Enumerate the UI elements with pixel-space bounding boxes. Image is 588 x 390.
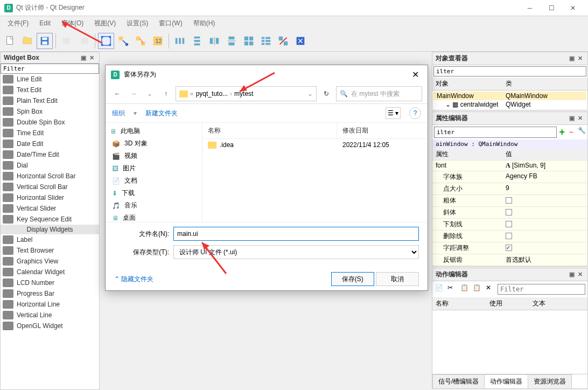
- tab-resource-browser[interactable]: 资源浏览器: [528, 374, 572, 388]
- dialog-close-button[interactable]: ✕: [409, 69, 422, 80]
- object-filter-input[interactable]: [433, 66, 586, 76]
- action-list[interactable]: [432, 310, 587, 374]
- help-button[interactable]: ?: [409, 107, 421, 119]
- property-row[interactable]: 字体族Agency FB: [432, 171, 587, 183]
- nav-back-button[interactable]: ←: [111, 87, 124, 100]
- copy-action-button[interactable]: 📋: [460, 283, 470, 295]
- widget-item[interactable]: Label: [1, 234, 99, 245]
- col-object[interactable]: 对象: [432, 78, 502, 90]
- new-folder-button[interactable]: 新建文件夹: [145, 109, 178, 118]
- sidebar-item[interactable]: 🖼图片: [106, 162, 202, 175]
- sidebar-item[interactable]: 🖥桌面: [106, 212, 202, 222]
- widget-item[interactable]: Calendar Widget: [1, 267, 99, 277]
- widget-item[interactable]: Key Sequence Edit: [1, 214, 99, 225]
- undock-icon[interactable]: ▣: [79, 54, 88, 61]
- property-row[interactable]: 下划线: [432, 219, 587, 231]
- property-row[interactable]: 斜体: [432, 207, 587, 219]
- property-row[interactable]: 反锯齿首选默认: [432, 254, 587, 266]
- minimize-button[interactable]: ─: [519, 1, 541, 16]
- col-filename[interactable]: 名称: [202, 123, 337, 138]
- sidebar-item[interactable]: ⬇下载: [106, 187, 202, 199]
- widget-item[interactable]: Vertical Scroll Bar: [1, 182, 99, 192]
- sidebar-item[interactable]: 🎬视频: [106, 150, 202, 162]
- widgetbox-filter-input[interactable]: [1, 64, 99, 74]
- cancel-button[interactable]: 取消: [376, 272, 419, 286]
- open-file-button[interactable]: [19, 33, 36, 49]
- layout-form-button[interactable]: [258, 33, 274, 49]
- file-list[interactable]: 名称 修改日期 .idea 2022/11/4 12:05: [202, 123, 428, 222]
- edit-buddies-button[interactable]: [132, 33, 149, 49]
- search-box[interactable]: 🔍 在 mytest 中搜索: [336, 86, 422, 101]
- tab-action-editor[interactable]: 动作编辑器: [484, 374, 528, 388]
- edit-taborder-button[interactable]: 12: [150, 33, 166, 49]
- undock-icon[interactable]: ▣: [568, 115, 576, 122]
- sidebar-item[interactable]: 📦3D 对象: [106, 137, 202, 150]
- filetype-select[interactable]: 设计师 UI 文件 (*.ui): [173, 245, 419, 259]
- path-segment[interactable]: mytest: [234, 90, 253, 98]
- close-panel-icon[interactable]: ✕: [576, 271, 584, 278]
- widget-item[interactable]: Line Edit: [1, 74, 99, 85]
- col-action-name[interactable]: 名称: [432, 297, 486, 310]
- view-mode-button[interactable]: ☰ ▾: [386, 107, 401, 119]
- prop-menu-icon[interactable]: 🔧: [578, 127, 586, 138]
- menu-file[interactable]: 文件(F): [2, 17, 34, 30]
- object-row[interactable]: ⌄ ▦ centralwidgetQWidget: [433, 100, 586, 109]
- col-class[interactable]: 类: [502, 78, 515, 90]
- redo-button[interactable]: [76, 33, 92, 49]
- close-panel-icon[interactable]: ✕: [576, 55, 584, 62]
- menu-edit[interactable]: Edit: [34, 17, 56, 29]
- widget-item[interactable]: Graphics View: [1, 256, 99, 267]
- new-file-button[interactable]: [2, 33, 18, 49]
- widget-item[interactable]: Text Browser: [1, 245, 99, 256]
- nav-dropdown-button[interactable]: ⌄: [143, 87, 156, 100]
- nav-up-button[interactable]: ↑: [159, 87, 172, 100]
- widget-item[interactable]: Time Edit: [1, 128, 99, 138]
- save-button[interactable]: 保存(S): [331, 272, 374, 286]
- edit-signals-button[interactable]: [115, 33, 131, 49]
- property-row[interactable]: fontA [SimSun, 9]: [432, 161, 587, 171]
- action-filter-input[interactable]: [498, 284, 585, 295]
- cut-action-button[interactable]: ✂: [447, 283, 457, 295]
- col-value[interactable]: 值: [502, 149, 587, 160]
- undock-icon[interactable]: ▣: [568, 271, 576, 278]
- hide-folders-link[interactable]: 隐藏文件夹: [114, 275, 153, 284]
- layout-h-button[interactable]: [172, 33, 188, 49]
- widget-item[interactable]: LCD Number: [1, 277, 99, 288]
- tab-signal-slot[interactable]: 信号/槽编辑器: [432, 374, 485, 388]
- prop-filter-input[interactable]: [434, 127, 557, 138]
- widget-item[interactable]: Horizontal Line: [1, 299, 99, 310]
- path-segment[interactable]: pyqt_tuto...: [196, 90, 228, 98]
- property-row[interactable]: 粗体: [432, 195, 587, 207]
- widget-item[interactable]: Vertical Line: [1, 310, 99, 321]
- object-tree[interactable]: MainWindowQMainWindow⌄ ▦ centralwidgetQW…: [432, 90, 587, 110]
- layout-vsplit-button[interactable]: [223, 33, 240, 49]
- widget-item[interactable]: Horizontal Slider: [1, 192, 99, 203]
- col-action-text[interactable]: 文本: [529, 297, 549, 310]
- close-button[interactable]: ✕: [562, 1, 584, 16]
- break-layout-button[interactable]: [275, 33, 291, 49]
- menu-window[interactable]: 窗口(W): [153, 17, 187, 30]
- undock-icon[interactable]: ▣: [568, 55, 576, 62]
- widget-item[interactable]: Horizontal Scroll Bar: [1, 171, 99, 182]
- save-button[interactable]: [37, 33, 53, 49]
- undo-button[interactable]: [59, 33, 75, 49]
- property-row[interactable]: 字距调整: [432, 242, 587, 254]
- close-panel-icon[interactable]: ✕: [88, 54, 96, 61]
- edit-widgets-button[interactable]: [98, 33, 114, 49]
- widget-item[interactable]: Date Edit: [1, 138, 99, 149]
- adjust-size-button[interactable]: [292, 33, 309, 49]
- col-action-used[interactable]: 使用: [486, 297, 529, 310]
- widget-item[interactable]: Plain Text Edit: [1, 95, 99, 106]
- widget-item[interactable]: Double Spin Box: [1, 117, 99, 128]
- widget-item[interactable]: OpenGL Widget: [1, 321, 99, 331]
- property-row[interactable]: 删除线: [432, 231, 587, 242]
- maximize-button[interactable]: ☐: [541, 1, 562, 16]
- file-row[interactable]: .idea 2022/11/4 12:05: [202, 139, 428, 151]
- nav-forward-button[interactable]: →: [127, 87, 140, 100]
- layout-grid-button[interactable]: [241, 33, 257, 49]
- menu-settings[interactable]: 设置(S): [121, 17, 153, 30]
- col-property[interactable]: 属性: [432, 149, 502, 160]
- menu-help[interactable]: 帮助(H): [188, 17, 221, 30]
- layout-hsplit-button[interactable]: [206, 33, 222, 49]
- organize-button[interactable]: 组织: [112, 109, 125, 118]
